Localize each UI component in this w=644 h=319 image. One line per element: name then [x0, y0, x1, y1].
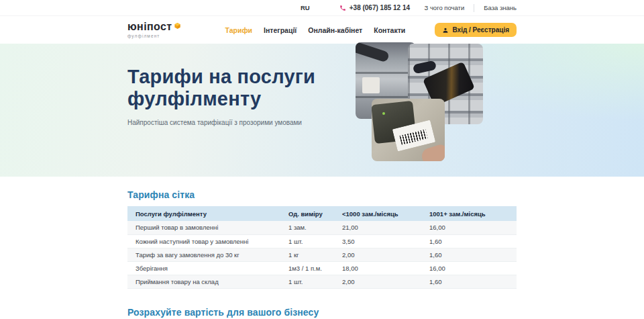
- table-cell: Перший товар в замовленні: [127, 221, 288, 234]
- logo-text: юніпост: [127, 21, 172, 32]
- pricing-table: Послуги фулфілменту Од. виміру <1000 зам…: [127, 206, 517, 289]
- table-row: Тариф за вагу замовлення до 30 кг1 кг2,0…: [127, 248, 517, 261]
- column-header-under-1000: <1000 зам./місяць: [342, 206, 429, 221]
- main-header: юніпост фулфілмент Тарифи Інтеграції Онл…: [0, 16, 644, 44]
- nav-item-contacts[interactable]: Контакти: [374, 26, 405, 34]
- table-cell: 3,50: [342, 234, 429, 248]
- table-header-row: Послуги фулфілменту Од. виміру <1000 зам…: [127, 206, 517, 221]
- calculator-heading: Розрахуйте вартість для вашого бізнесу: [127, 307, 517, 318]
- table-cell: 1 шт.: [288, 234, 342, 248]
- page-title: Тарифи на послуги фулфілменту: [127, 66, 377, 110]
- table-row: Приймання товару на склад1 шт.2,001,60: [127, 275, 517, 288]
- table-cell: 18,00: [342, 261, 429, 275]
- column-header-unit: Од. виміру: [288, 206, 342, 221]
- topbar-link-knowledge-base[interactable]: База знань: [484, 4, 517, 11]
- cube-icon: [174, 20, 181, 28]
- phone-number: +38 (067) 185 12 14: [350, 4, 410, 11]
- logo[interactable]: юніпост фулфілмент: [127, 21, 181, 38]
- table-cell: 1,60: [429, 248, 517, 261]
- logo-tagline: фулфілмент: [127, 34, 181, 38]
- table-cell: 2,00: [342, 248, 429, 261]
- nav-item-tariffs[interactable]: Тарифи: [225, 26, 253, 34]
- topbar: RU +38 (067) 185 12 14 З чого почати Баз…: [0, 0, 644, 16]
- pricing-heading: Тарифна сітка: [127, 189, 517, 200]
- table-cell: 1,60: [429, 275, 517, 288]
- phone-link[interactable]: +38 (067) 185 12 14: [339, 4, 410, 11]
- hero-section: Тарифи на послуги фулфілменту Найпростіш…: [0, 44, 644, 177]
- topbar-divider: [474, 4, 474, 12]
- table-row: Перший товар в замовленні1 зам.21,0016,0…: [127, 221, 517, 234]
- login-button-label: Вхід / Реєстрація: [452, 26, 509, 34]
- table-row: Зберігання1м3 / 1 п.м.18,0016,00: [127, 261, 517, 275]
- table-cell: 1 шт.: [288, 275, 342, 288]
- user-icon: [442, 27, 449, 34]
- table-cell: Кожний наступний товар у замовленні: [127, 234, 288, 248]
- column-header-over-1001: 1001+ зам./місяць: [429, 206, 517, 221]
- language-switcher[interactable]: RU: [301, 4, 310, 11]
- nav-item-online-cabinet[interactable]: Онлайн-кабінет: [308, 26, 362, 34]
- table-cell: Тариф за вагу замовлення до 30 кг: [127, 248, 288, 261]
- phone-icon: [339, 5, 346, 11]
- nav-item-integrations[interactable]: Інтеграції: [264, 26, 297, 34]
- calculator-section: Розрахуйте вартість для вашого бізнесу: [0, 289, 644, 318]
- table-cell: Зберігання: [127, 261, 288, 275]
- login-register-button[interactable]: Вхід / Реєстрація: [435, 23, 517, 37]
- table-cell: 1 зам.: [288, 221, 342, 234]
- table-cell: Приймання товару на склад: [127, 275, 288, 288]
- table-cell: 1,60: [429, 234, 517, 248]
- table-row: Кожний наступний товар у замовленні1 шт.…: [127, 234, 517, 248]
- column-header-service: Послуги фулфілменту: [127, 206, 288, 221]
- table-cell: 16,00: [429, 221, 517, 234]
- table-cell: 2,00: [342, 275, 429, 288]
- table-cell: 21,00: [342, 221, 429, 234]
- pricing-table-body: Перший товар в замовленні1 зам.21,0016,0…: [127, 221, 517, 288]
- table-cell: 1 кг: [288, 248, 342, 261]
- topbar-link-getting-started[interactable]: З чого почати: [425, 4, 465, 11]
- main-nav: Тарифи Інтеграції Онлайн-кабінет Контакт…: [225, 26, 406, 34]
- pricing-section: Тарифна сітка Послуги фулфілменту Од. ви…: [0, 177, 644, 289]
- table-cell: 16,00: [429, 261, 517, 275]
- hero-photo-label-printer: [372, 99, 445, 161]
- table-cell: 1м3 / 1 п.м.: [288, 261, 342, 275]
